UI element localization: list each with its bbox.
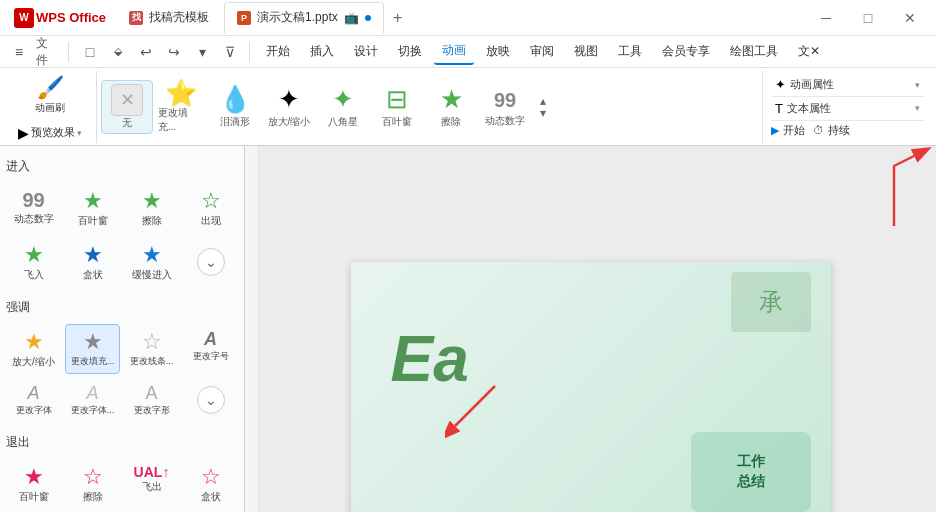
exit-wipe[interactable]: ☆ 擦除 — [65, 459, 120, 509]
exit-box-label: 盒状 — [201, 490, 221, 504]
dynamic-num-icon: 99 — [494, 86, 516, 114]
slide-area: Ea 承 工作 总结 G 极光下载站 — [245, 146, 936, 512]
slide-decoration: 工作 总结 — [691, 432, 811, 512]
enter-expand-btn[interactable]: ⌄ — [197, 248, 225, 276]
window-controls: ─ □ ✕ — [806, 4, 930, 32]
em-change-size-icon: A — [204, 329, 217, 350]
ribbon: 🖌️ 动画刷 ▶ 预览效果 ▾ ✕ 无 ⭐ 更改填充... 💧 泪滴形 ✦ — [0, 68, 936, 146]
menu-member[interactable]: 会员专享 — [654, 39, 718, 64]
maximize-button[interactable]: □ — [848, 4, 888, 32]
wps-office-logo[interactable]: W WPS Office — [6, 4, 114, 32]
anim-props-dropdown[interactable]: ▾ — [915, 80, 920, 90]
em-change-shape-label: 更改字形 — [134, 404, 170, 417]
minimize-button[interactable]: ─ — [806, 4, 846, 32]
ribbon-right-panel: ✦ 动画属性 ▾ T 文本属性 ▾ ▶ 开始 ⏱ 持续 — [762, 71, 932, 143]
em-change-fill[interactable]: ★ 更改填充... — [65, 324, 120, 374]
menu-text-tools[interactable]: 文✕ — [790, 39, 828, 64]
em-change-line-label: 更改线条... — [130, 355, 174, 368]
effect-tear-drop[interactable]: 💧 泪滴形 — [209, 80, 261, 133]
enter-blinds[interactable]: ★ 百叶窗 — [65, 183, 120, 233]
file-menu[interactable]: 文件 — [36, 41, 58, 63]
redo-btn[interactable]: ↪ — [163, 41, 185, 63]
blinds-label: 百叶窗 — [382, 115, 412, 129]
animation-brush-icon: 🖌️ — [37, 75, 64, 101]
effect-octagram[interactable]: ✦ 八角星 — [317, 80, 369, 133]
menu-drawing-tools[interactable]: 绘图工具 — [722, 39, 786, 64]
tab-find-template[interactable]: 找 找稿壳模板 — [116, 2, 222, 34]
exit-box[interactable]: ☆ 盒状 — [183, 459, 238, 509]
preview-effect-btn[interactable]: ▶ 预览效果 ▾ — [12, 123, 88, 143]
close-button[interactable]: ✕ — [890, 4, 930, 32]
monitor-icon: 📺 — [344, 11, 359, 25]
undo-btn[interactable]: ↩ — [135, 41, 157, 63]
effect-blinds[interactable]: ⊟ 百叶窗 — [371, 80, 423, 133]
menu-review[interactable]: 审阅 — [522, 39, 562, 64]
quick-dropdown2[interactable]: ⊽ — [219, 41, 241, 63]
enter-box[interactable]: ★ 盒状 — [65, 237, 120, 287]
anim-props-icon: ✦ — [775, 77, 786, 92]
menu-tools[interactable]: 工具 — [610, 39, 650, 64]
emphasis-effects-grid: ★ 放大/缩小 ★ 更改填充... ☆ 更改线条... A 更改字号 A 更改字… — [6, 324, 238, 422]
exit-fly-out[interactable]: UAL↑ 飞出 — [124, 459, 179, 509]
em-change-size[interactable]: A 更改字号 — [183, 324, 238, 374]
animation-scroll-down[interactable]: ▴ ▾ — [533, 77, 553, 137]
enter-fly-in[interactable]: ★ 飞入 — [6, 237, 61, 287]
menu-playback[interactable]: 放映 — [478, 39, 518, 64]
quick-access-toolbar: ≡ 文件 □ ⬙ ↩ ↪ ▾ ⊽ — [8, 41, 241, 63]
slide-canvas[interactable]: Ea 承 工作 总结 — [351, 262, 831, 512]
em-zoom-icon: ★ — [24, 329, 44, 355]
menu-design[interactable]: 设计 — [346, 39, 386, 64]
open-btn[interactable]: ⬙ — [107, 41, 129, 63]
em-change-fill-icon: ★ — [83, 329, 103, 355]
effect-wipe[interactable]: ★ 擦除 — [425, 80, 477, 133]
em-expand-btn[interactable]: ⌄ — [197, 386, 225, 414]
start-control[interactable]: ▶ 开始 — [771, 123, 805, 138]
tear-drop-label: 泪滴形 — [220, 115, 250, 129]
wipe-label: 擦除 — [441, 115, 461, 129]
text-props-dropdown[interactable]: ▾ — [915, 103, 920, 113]
decor-icon: 承 — [759, 286, 783, 318]
slide-text-ea: Ea — [391, 322, 469, 396]
enter-box-label: 盒状 — [83, 268, 103, 282]
exit-blinds[interactable]: ★ 百叶窗 — [6, 459, 61, 509]
anim-properties-btn[interactable]: ✦ 动画属性 ▾ — [771, 75, 924, 94]
em-change-shape[interactable]: A 更改字形 — [124, 378, 179, 422]
enter-slow[interactable]: ★ 缓慢进入 — [124, 237, 179, 287]
enter-box-icon: ★ — [83, 242, 103, 268]
save-btn[interactable]: □ — [79, 41, 101, 63]
octagram-icon: ✦ — [332, 84, 354, 115]
menu-start[interactable]: 开始 — [258, 39, 298, 64]
text-props-icon: T — [775, 101, 783, 116]
em-change-line[interactable]: ☆ 更改线条... — [124, 324, 179, 374]
preview-dropdown-icon[interactable]: ▾ — [77, 128, 82, 138]
duration-control[interactable]: ⏱ 持续 — [813, 123, 850, 138]
em-change-font[interactable]: A 更改字体 — [6, 378, 61, 422]
menu-switch[interactable]: 切换 — [390, 39, 430, 64]
menu-insert[interactable]: 插入 — [302, 39, 342, 64]
animation-brush-btn[interactable]: 🖌️ 动画刷 — [24, 71, 76, 119]
effect-dynamic-num[interactable]: 99 动态数字 — [479, 82, 531, 132]
hamburger-menu[interactable]: ≡ — [8, 41, 30, 63]
enter-dynamic-num[interactable]: 99 动态数字 — [6, 183, 61, 233]
enter-wipe-label: 擦除 — [142, 214, 162, 228]
find-template-label: 找稿壳模板 — [149, 9, 209, 26]
enter-effects-grid: 99 动态数字 ★ 百叶窗 ★ 擦除 ☆ 出现 ★ 飞入 ★ 盒状 — [6, 183, 238, 287]
text-props-label: 文本属性 — [787, 101, 831, 116]
animation-brush-label: 动画刷 — [35, 101, 65, 115]
emphasis-category: 强调 — [6, 299, 238, 316]
effect-none[interactable]: ✕ 无 — [101, 80, 153, 134]
enter-wipe[interactable]: ★ 擦除 — [124, 183, 179, 233]
none-icon: ✕ — [111, 84, 143, 116]
menu-view[interactable]: 视图 — [566, 39, 606, 64]
em-change-font-color[interactable]: A 更改字体... — [65, 378, 120, 422]
text-properties-btn[interactable]: T 文本属性 ▾ — [771, 99, 924, 118]
em-zoom[interactable]: ★ 放大/缩小 — [6, 324, 61, 374]
enter-appear-label: 出现 — [201, 214, 221, 228]
effect-zoom[interactable]: ✦ 放大/缩小 — [263, 80, 315, 133]
enter-appear[interactable]: ☆ 出现 — [183, 183, 238, 233]
new-tab-button[interactable]: + — [386, 6, 410, 30]
quick-dropdown[interactable]: ▾ — [191, 41, 213, 63]
effect-change-fill[interactable]: ⭐ 更改填充... — [155, 76, 207, 138]
menu-animation[interactable]: 动画 — [434, 38, 474, 65]
tab-demo-pptx[interactable]: P 演示文稿1.pptx 📺 — [224, 2, 384, 34]
